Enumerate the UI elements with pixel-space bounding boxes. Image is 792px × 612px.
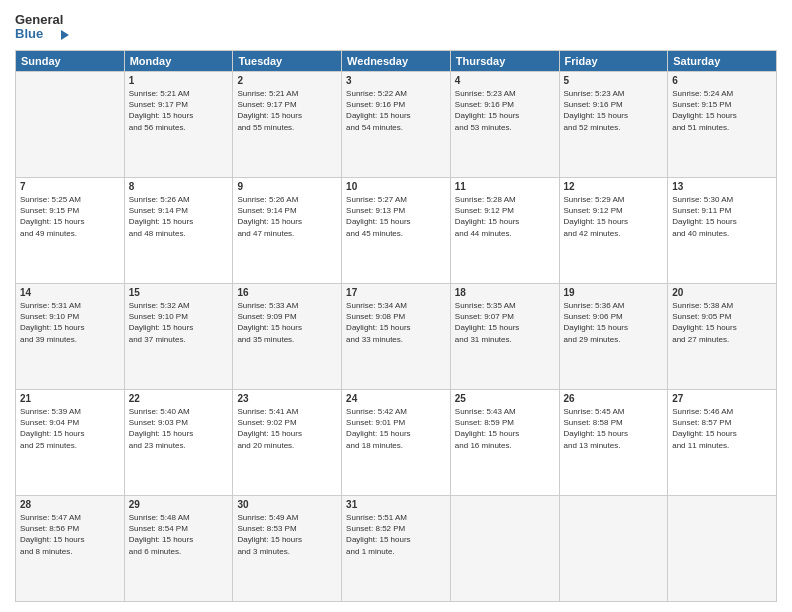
day-info: Sunrise: 5:22 AM Sunset: 9:16 PM Dayligh… [346, 88, 446, 133]
weekday-header-friday: Friday [559, 51, 668, 72]
day-number: 29 [129, 499, 229, 510]
day-number: 20 [672, 287, 772, 298]
day-info: Sunrise: 5:26 AM Sunset: 9:14 PM Dayligh… [129, 194, 229, 239]
day-number: 21 [20, 393, 120, 404]
day-number: 19 [564, 287, 664, 298]
day-number: 1 [129, 75, 229, 86]
day-number: 28 [20, 499, 120, 510]
day-number: 7 [20, 181, 120, 192]
day-info: Sunrise: 5:45 AM Sunset: 8:58 PM Dayligh… [564, 406, 664, 451]
day-cell: 11Sunrise: 5:28 AM Sunset: 9:12 PM Dayli… [450, 178, 559, 284]
day-cell [450, 496, 559, 602]
page: GeneralBlue SundayMondayTuesdayWednesday… [0, 0, 792, 612]
weekday-header-row: SundayMondayTuesdayWednesdayThursdayFrid… [16, 51, 777, 72]
day-cell: 5Sunrise: 5:23 AM Sunset: 9:16 PM Daylig… [559, 72, 668, 178]
day-cell: 26Sunrise: 5:45 AM Sunset: 8:58 PM Dayli… [559, 390, 668, 496]
day-number: 4 [455, 75, 555, 86]
weekday-header-monday: Monday [124, 51, 233, 72]
day-number: 8 [129, 181, 229, 192]
day-cell: 23Sunrise: 5:41 AM Sunset: 9:02 PM Dayli… [233, 390, 342, 496]
day-number: 5 [564, 75, 664, 86]
day-number: 16 [237, 287, 337, 298]
day-number: 9 [237, 181, 337, 192]
day-cell: 19Sunrise: 5:36 AM Sunset: 9:06 PM Dayli… [559, 284, 668, 390]
day-number: 12 [564, 181, 664, 192]
day-cell: 31Sunrise: 5:51 AM Sunset: 8:52 PM Dayli… [342, 496, 451, 602]
day-cell [559, 496, 668, 602]
svg-text:Blue: Blue [15, 26, 43, 41]
day-cell: 28Sunrise: 5:47 AM Sunset: 8:56 PM Dayli… [16, 496, 125, 602]
day-number: 26 [564, 393, 664, 404]
logo: GeneralBlue [15, 10, 75, 42]
day-number: 18 [455, 287, 555, 298]
logo-svg: GeneralBlue [15, 10, 75, 42]
day-number: 27 [672, 393, 772, 404]
day-number: 24 [346, 393, 446, 404]
day-number: 6 [672, 75, 772, 86]
day-cell: 2Sunrise: 5:21 AM Sunset: 9:17 PM Daylig… [233, 72, 342, 178]
day-cell [16, 72, 125, 178]
day-cell: 16Sunrise: 5:33 AM Sunset: 9:09 PM Dayli… [233, 284, 342, 390]
day-cell: 15Sunrise: 5:32 AM Sunset: 9:10 PM Dayli… [124, 284, 233, 390]
day-cell: 4Sunrise: 5:23 AM Sunset: 9:16 PM Daylig… [450, 72, 559, 178]
weekday-header-wednesday: Wednesday [342, 51, 451, 72]
day-cell: 6Sunrise: 5:24 AM Sunset: 9:15 PM Daylig… [668, 72, 777, 178]
day-number: 11 [455, 181, 555, 192]
day-cell: 21Sunrise: 5:39 AM Sunset: 9:04 PM Dayli… [16, 390, 125, 496]
day-info: Sunrise: 5:51 AM Sunset: 8:52 PM Dayligh… [346, 512, 446, 557]
day-number: 13 [672, 181, 772, 192]
day-info: Sunrise: 5:46 AM Sunset: 8:57 PM Dayligh… [672, 406, 772, 451]
day-info: Sunrise: 5:30 AM Sunset: 9:11 PM Dayligh… [672, 194, 772, 239]
day-cell: 25Sunrise: 5:43 AM Sunset: 8:59 PM Dayli… [450, 390, 559, 496]
day-info: Sunrise: 5:34 AM Sunset: 9:08 PM Dayligh… [346, 300, 446, 345]
day-cell: 18Sunrise: 5:35 AM Sunset: 9:07 PM Dayli… [450, 284, 559, 390]
svg-marker-2 [61, 30, 69, 40]
day-cell [668, 496, 777, 602]
day-number: 15 [129, 287, 229, 298]
week-row-2: 7Sunrise: 5:25 AM Sunset: 9:15 PM Daylig… [16, 178, 777, 284]
week-row-1: 1Sunrise: 5:21 AM Sunset: 9:17 PM Daylig… [16, 72, 777, 178]
day-cell: 30Sunrise: 5:49 AM Sunset: 8:53 PM Dayli… [233, 496, 342, 602]
day-info: Sunrise: 5:39 AM Sunset: 9:04 PM Dayligh… [20, 406, 120, 451]
day-info: Sunrise: 5:47 AM Sunset: 8:56 PM Dayligh… [20, 512, 120, 557]
svg-text:General: General [15, 12, 63, 27]
day-info: Sunrise: 5:36 AM Sunset: 9:06 PM Dayligh… [564, 300, 664, 345]
day-info: Sunrise: 5:32 AM Sunset: 9:10 PM Dayligh… [129, 300, 229, 345]
day-cell: 13Sunrise: 5:30 AM Sunset: 9:11 PM Dayli… [668, 178, 777, 284]
day-number: 3 [346, 75, 446, 86]
day-info: Sunrise: 5:21 AM Sunset: 9:17 PM Dayligh… [129, 88, 229, 133]
day-info: Sunrise: 5:28 AM Sunset: 9:12 PM Dayligh… [455, 194, 555, 239]
day-cell: 29Sunrise: 5:48 AM Sunset: 8:54 PM Dayli… [124, 496, 233, 602]
day-number: 25 [455, 393, 555, 404]
calendar: SundayMondayTuesdayWednesdayThursdayFrid… [15, 50, 777, 602]
day-cell: 10Sunrise: 5:27 AM Sunset: 9:13 PM Dayli… [342, 178, 451, 284]
weekday-header-thursday: Thursday [450, 51, 559, 72]
day-number: 17 [346, 287, 446, 298]
day-info: Sunrise: 5:26 AM Sunset: 9:14 PM Dayligh… [237, 194, 337, 239]
day-info: Sunrise: 5:48 AM Sunset: 8:54 PM Dayligh… [129, 512, 229, 557]
weekday-header-tuesday: Tuesday [233, 51, 342, 72]
day-info: Sunrise: 5:29 AM Sunset: 9:12 PM Dayligh… [564, 194, 664, 239]
day-cell: 7Sunrise: 5:25 AM Sunset: 9:15 PM Daylig… [16, 178, 125, 284]
day-cell: 12Sunrise: 5:29 AM Sunset: 9:12 PM Dayli… [559, 178, 668, 284]
day-info: Sunrise: 5:23 AM Sunset: 9:16 PM Dayligh… [564, 88, 664, 133]
day-cell: 20Sunrise: 5:38 AM Sunset: 9:05 PM Dayli… [668, 284, 777, 390]
day-number: 10 [346, 181, 446, 192]
weekday-header-saturday: Saturday [668, 51, 777, 72]
day-number: 2 [237, 75, 337, 86]
day-info: Sunrise: 5:33 AM Sunset: 9:09 PM Dayligh… [237, 300, 337, 345]
day-cell: 27Sunrise: 5:46 AM Sunset: 8:57 PM Dayli… [668, 390, 777, 496]
day-info: Sunrise: 5:49 AM Sunset: 8:53 PM Dayligh… [237, 512, 337, 557]
day-cell: 22Sunrise: 5:40 AM Sunset: 9:03 PM Dayli… [124, 390, 233, 496]
day-info: Sunrise: 5:23 AM Sunset: 9:16 PM Dayligh… [455, 88, 555, 133]
day-cell: 9Sunrise: 5:26 AM Sunset: 9:14 PM Daylig… [233, 178, 342, 284]
day-info: Sunrise: 5:40 AM Sunset: 9:03 PM Dayligh… [129, 406, 229, 451]
day-cell: 3Sunrise: 5:22 AM Sunset: 9:16 PM Daylig… [342, 72, 451, 178]
day-info: Sunrise: 5:42 AM Sunset: 9:01 PM Dayligh… [346, 406, 446, 451]
day-info: Sunrise: 5:27 AM Sunset: 9:13 PM Dayligh… [346, 194, 446, 239]
day-cell: 1Sunrise: 5:21 AM Sunset: 9:17 PM Daylig… [124, 72, 233, 178]
day-cell: 24Sunrise: 5:42 AM Sunset: 9:01 PM Dayli… [342, 390, 451, 496]
day-number: 22 [129, 393, 229, 404]
day-info: Sunrise: 5:31 AM Sunset: 9:10 PM Dayligh… [20, 300, 120, 345]
day-cell: 14Sunrise: 5:31 AM Sunset: 9:10 PM Dayli… [16, 284, 125, 390]
